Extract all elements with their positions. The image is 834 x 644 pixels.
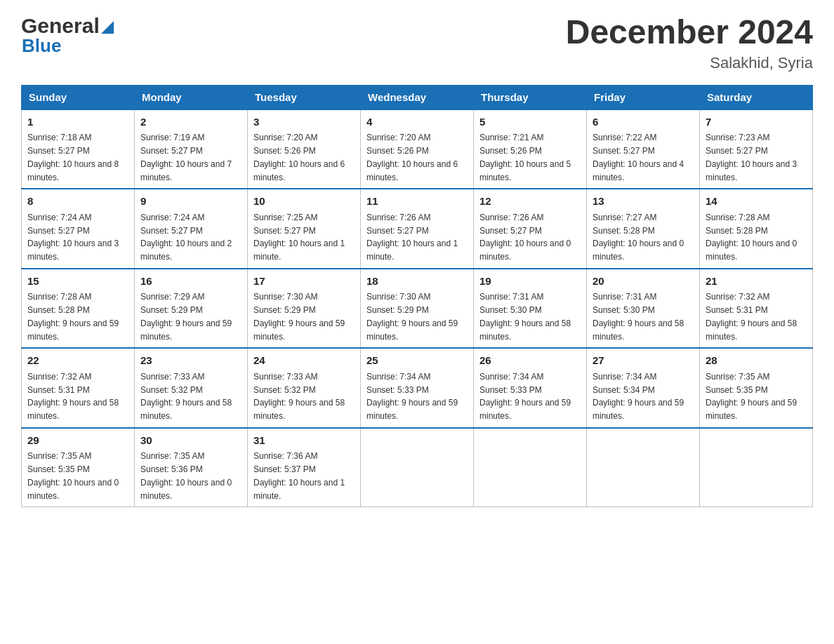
day-info: Sunrise: 7:36 AMSunset: 5:37 PMDaylight:… [253, 451, 345, 500]
table-row: 19 Sunrise: 7:31 AMSunset: 5:30 PMDaylig… [474, 269, 587, 349]
table-row: 15 Sunrise: 7:28 AMSunset: 5:28 PMDaylig… [22, 269, 135, 349]
table-row: 6 Sunrise: 7:22 AMSunset: 5:27 PMDayligh… [587, 109, 700, 189]
logo-general-text: General [21, 14, 100, 38]
day-number: 7 [706, 114, 807, 130]
day-info: Sunrise: 7:23 AMSunset: 5:27 PMDaylight:… [706, 133, 797, 182]
day-info: Sunrise: 7:18 AMSunset: 5:27 PMDaylight:… [27, 133, 119, 182]
table-row: 17 Sunrise: 7:30 AMSunset: 5:29 PMDaylig… [248, 269, 361, 349]
logo: General Blue [21, 14, 114, 57]
table-row [587, 428, 700, 507]
day-info: Sunrise: 7:35 AMSunset: 5:36 PMDaylight:… [140, 451, 232, 500]
table-row: 18 Sunrise: 7:30 AMSunset: 5:29 PMDaylig… [361, 269, 474, 349]
table-row: 20 Sunrise: 7:31 AMSunset: 5:30 PMDaylig… [587, 269, 700, 349]
day-info: Sunrise: 7:30 AMSunset: 5:29 PMDaylight:… [253, 292, 345, 341]
table-row: 8 Sunrise: 7:24 AMSunset: 5:27 PMDayligh… [22, 189, 135, 269]
table-row: 23 Sunrise: 7:33 AMSunset: 5:32 PMDaylig… [135, 348, 248, 428]
logo-blue-text: Blue [21, 35, 61, 57]
day-number: 4 [366, 114, 468, 130]
table-row: 7 Sunrise: 7:23 AMSunset: 5:27 PMDayligh… [700, 109, 813, 189]
table-row [700, 428, 813, 507]
day-info: Sunrise: 7:33 AMSunset: 5:32 PMDaylight:… [140, 372, 232, 421]
calendar-week-row: 22 Sunrise: 7:32 AMSunset: 5:31 PMDaylig… [22, 348, 813, 428]
table-row: 13 Sunrise: 7:27 AMSunset: 5:28 PMDaylig… [587, 189, 700, 269]
table-row: 14 Sunrise: 7:28 AMSunset: 5:28 PMDaylig… [700, 189, 813, 269]
day-info: Sunrise: 7:24 AMSunset: 5:27 PMDaylight:… [140, 213, 232, 262]
table-row: 29 Sunrise: 7:35 AMSunset: 5:35 PMDaylig… [22, 428, 135, 507]
calendar-week-row: 1 Sunrise: 7:18 AMSunset: 5:27 PMDayligh… [22, 109, 813, 189]
table-row: 11 Sunrise: 7:26 AMSunset: 5:27 PMDaylig… [361, 189, 474, 269]
table-row: 1 Sunrise: 7:18 AMSunset: 5:27 PMDayligh… [22, 109, 135, 189]
day-number: 1 [27, 114, 128, 130]
day-info: Sunrise: 7:33 AMSunset: 5:32 PMDaylight:… [253, 372, 345, 421]
day-info: Sunrise: 7:27 AMSunset: 5:28 PMDaylight:… [593, 213, 684, 262]
table-row: 16 Sunrise: 7:29 AMSunset: 5:29 PMDaylig… [135, 269, 248, 349]
col-saturday: Saturday [700, 85, 813, 109]
day-info: Sunrise: 7:29 AMSunset: 5:29 PMDaylight:… [140, 292, 232, 341]
table-row: 30 Sunrise: 7:35 AMSunset: 5:36 PMDaylig… [135, 428, 248, 507]
calendar-table: Sunday Monday Tuesday Wednesday Thursday… [21, 85, 813, 508]
day-info: Sunrise: 7:35 AMSunset: 5:35 PMDaylight:… [706, 372, 797, 421]
calendar-week-row: 8 Sunrise: 7:24 AMSunset: 5:27 PMDayligh… [22, 189, 813, 269]
day-number: 16 [140, 274, 241, 290]
day-info: Sunrise: 7:20 AMSunset: 5:26 PMDaylight:… [253, 133, 345, 182]
day-number: 22 [27, 353, 128, 369]
logo-arrow-icon [101, 21, 114, 34]
day-info: Sunrise: 7:31 AMSunset: 5:30 PMDaylight:… [593, 292, 684, 341]
day-number: 6 [593, 114, 694, 130]
day-info: Sunrise: 7:21 AMSunset: 5:26 PMDaylight:… [479, 133, 571, 182]
table-row: 10 Sunrise: 7:25 AMSunset: 5:27 PMDaylig… [248, 189, 361, 269]
col-friday: Friday [587, 85, 700, 109]
table-row: 26 Sunrise: 7:34 AMSunset: 5:33 PMDaylig… [474, 348, 587, 428]
day-info: Sunrise: 7:26 AMSunset: 5:27 PMDaylight:… [479, 213, 571, 262]
calendar-header-row: Sunday Monday Tuesday Wednesday Thursday… [22, 85, 813, 109]
day-number: 10 [253, 194, 355, 210]
day-info: Sunrise: 7:35 AMSunset: 5:35 PMDaylight:… [27, 451, 119, 500]
table-row: 12 Sunrise: 7:26 AMSunset: 5:27 PMDaylig… [474, 189, 587, 269]
day-number: 5 [479, 114, 581, 130]
table-row: 2 Sunrise: 7:19 AMSunset: 5:27 PMDayligh… [135, 109, 248, 189]
table-row: 27 Sunrise: 7:34 AMSunset: 5:34 PMDaylig… [587, 348, 700, 428]
table-row [361, 428, 474, 507]
day-number: 17 [253, 274, 355, 290]
day-info: Sunrise: 7:24 AMSunset: 5:27 PMDaylight:… [27, 213, 119, 262]
day-number: 27 [593, 353, 694, 369]
day-info: Sunrise: 7:19 AMSunset: 5:27 PMDaylight:… [140, 133, 232, 182]
day-number: 31 [253, 433, 355, 449]
day-number: 15 [27, 274, 128, 290]
day-number: 18 [366, 274, 468, 290]
main-title: December 2024 [566, 14, 813, 51]
table-row: 31 Sunrise: 7:36 AMSunset: 5:37 PMDaylig… [248, 428, 361, 507]
day-number: 29 [27, 433, 128, 449]
day-number: 24 [253, 353, 355, 369]
table-row: 25 Sunrise: 7:34 AMSunset: 5:33 PMDaylig… [361, 348, 474, 428]
day-number: 8 [27, 194, 128, 210]
calendar-week-row: 15 Sunrise: 7:28 AMSunset: 5:28 PMDaylig… [22, 269, 813, 349]
day-number: 26 [479, 353, 581, 369]
table-row: 21 Sunrise: 7:32 AMSunset: 5:31 PMDaylig… [700, 269, 813, 349]
table-row: 22 Sunrise: 7:32 AMSunset: 5:31 PMDaylig… [22, 348, 135, 428]
day-number: 19 [479, 274, 581, 290]
day-info: Sunrise: 7:30 AMSunset: 5:29 PMDaylight:… [366, 292, 458, 341]
table-row: 5 Sunrise: 7:21 AMSunset: 5:26 PMDayligh… [474, 109, 587, 189]
table-row: 4 Sunrise: 7:20 AMSunset: 5:26 PMDayligh… [361, 109, 474, 189]
day-info: Sunrise: 7:34 AMSunset: 5:33 PMDaylight:… [366, 372, 458, 421]
table-row: 24 Sunrise: 7:33 AMSunset: 5:32 PMDaylig… [248, 348, 361, 428]
day-number: 2 [140, 114, 241, 130]
page-header: General Blue December 2024 Salakhid, Syr… [21, 14, 813, 72]
day-info: Sunrise: 7:34 AMSunset: 5:34 PMDaylight:… [593, 372, 684, 421]
day-info: Sunrise: 7:28 AMSunset: 5:28 PMDaylight:… [706, 213, 797, 262]
day-info: Sunrise: 7:28 AMSunset: 5:28 PMDaylight:… [27, 292, 119, 341]
col-thursday: Thursday [474, 85, 587, 109]
day-info: Sunrise: 7:34 AMSunset: 5:33 PMDaylight:… [479, 372, 571, 421]
col-tuesday: Tuesday [248, 85, 361, 109]
col-sunday: Sunday [22, 85, 135, 109]
day-number: 20 [593, 274, 694, 290]
day-number: 3 [253, 114, 355, 130]
day-info: Sunrise: 7:26 AMSunset: 5:27 PMDaylight:… [366, 213, 458, 262]
day-number: 13 [593, 194, 694, 210]
day-number: 9 [140, 194, 241, 210]
table-row: 3 Sunrise: 7:20 AMSunset: 5:26 PMDayligh… [248, 109, 361, 189]
table-row: 9 Sunrise: 7:24 AMSunset: 5:27 PMDayligh… [135, 189, 248, 269]
subtitle: Salakhid, Syria [566, 54, 813, 72]
day-info: Sunrise: 7:31 AMSunset: 5:30 PMDaylight:… [479, 292, 571, 341]
